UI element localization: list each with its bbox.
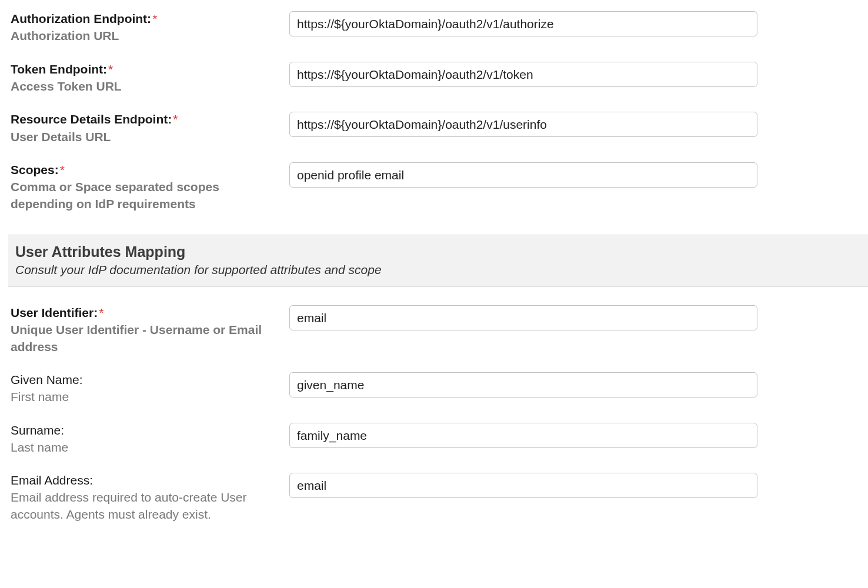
sublabel-token-endpoint: Access Token URL bbox=[11, 78, 275, 95]
row-scopes: Scopes:* Comma or Space separated scopes… bbox=[11, 162, 868, 212]
required-mark: * bbox=[152, 12, 157, 25]
row-user-identifier: User Identifier:* Unique User Identifier… bbox=[11, 305, 868, 355]
row-token-endpoint: Token Endpoint:* Access Token URL bbox=[11, 61, 868, 95]
section-user-attributes-mapping: User Attributes Mapping Consult your IdP… bbox=[8, 235, 868, 287]
row-given-name: Given Name: First name bbox=[11, 372, 868, 406]
section-title: User Attributes Mapping bbox=[15, 243, 861, 260]
required-mark: * bbox=[173, 112, 178, 126]
label-surname: Surname: bbox=[11, 422, 275, 438]
row-email-address: Email Address: Email address required to… bbox=[11, 472, 868, 523]
sublabel-given-name: First name bbox=[11, 389, 275, 405]
row-resource-endpoint: Resource Details Endpoint:* User Details… bbox=[11, 111, 868, 145]
input-surname[interactable] bbox=[289, 423, 757, 448]
sublabel-scopes: Comma or Space separated scopes dependin… bbox=[11, 179, 275, 212]
required-mark: * bbox=[108, 62, 113, 76]
label-email-address: Email Address: bbox=[11, 472, 275, 488]
input-scopes[interactable] bbox=[289, 162, 757, 188]
section-subtitle: Consult your IdP documentation for suppo… bbox=[15, 263, 861, 277]
label-given-name: Given Name: bbox=[11, 372, 275, 387]
sublabel-surname: Last name bbox=[11, 439, 275, 456]
input-resource-endpoint[interactable] bbox=[289, 112, 757, 137]
input-authorization-endpoint[interactable] bbox=[289, 11, 757, 36]
input-user-identifier[interactable] bbox=[289, 305, 757, 330]
required-mark: * bbox=[60, 163, 65, 176]
label-token-endpoint: Token Endpoint:* bbox=[11, 61, 275, 77]
label-authorization-endpoint: Authorization Endpoint:* bbox=[11, 11, 275, 26]
input-given-name[interactable] bbox=[289, 372, 757, 397]
required-mark: * bbox=[99, 306, 104, 319]
sublabel-user-identifier: Unique User Identifier - Username or Ema… bbox=[11, 322, 275, 355]
input-email-address[interactable] bbox=[289, 473, 757, 498]
row-authorization-endpoint: Authorization Endpoint:* Authorization U… bbox=[11, 11, 868, 45]
input-token-endpoint[interactable] bbox=[289, 62, 757, 87]
label-scopes: Scopes:* bbox=[11, 162, 275, 178]
label-resource-endpoint: Resource Details Endpoint:* bbox=[11, 111, 275, 127]
label-user-identifier: User Identifier:* bbox=[11, 305, 275, 320]
sublabel-email-address: Email address required to auto-create Us… bbox=[11, 489, 275, 523]
row-surname: Surname: Last name bbox=[11, 422, 868, 456]
sublabel-resource-endpoint: User Details URL bbox=[11, 129, 275, 145]
sublabel-authorization-endpoint: Authorization URL bbox=[11, 28, 275, 44]
